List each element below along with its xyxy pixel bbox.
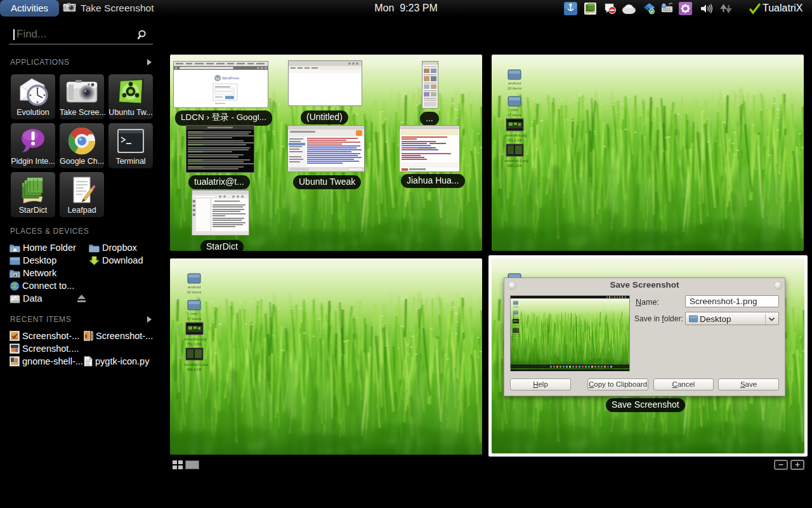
svg-text:W: W <box>216 76 220 81</box>
svg-text:WordPress: WordPress <box>222 76 239 80</box>
